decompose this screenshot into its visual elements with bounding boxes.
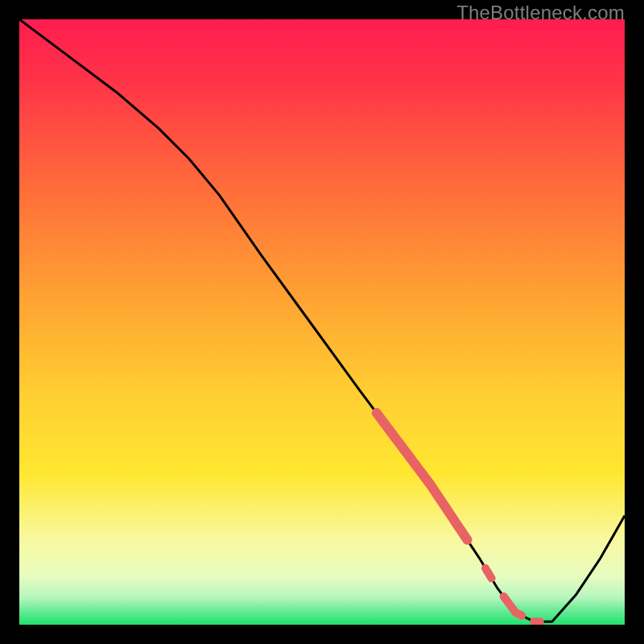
gradient-background xyxy=(19,19,625,625)
bottleneck-chart xyxy=(19,19,625,625)
highlight-dot1 xyxy=(485,568,492,579)
watermark-text: TheBottleneck.com xyxy=(456,2,625,24)
